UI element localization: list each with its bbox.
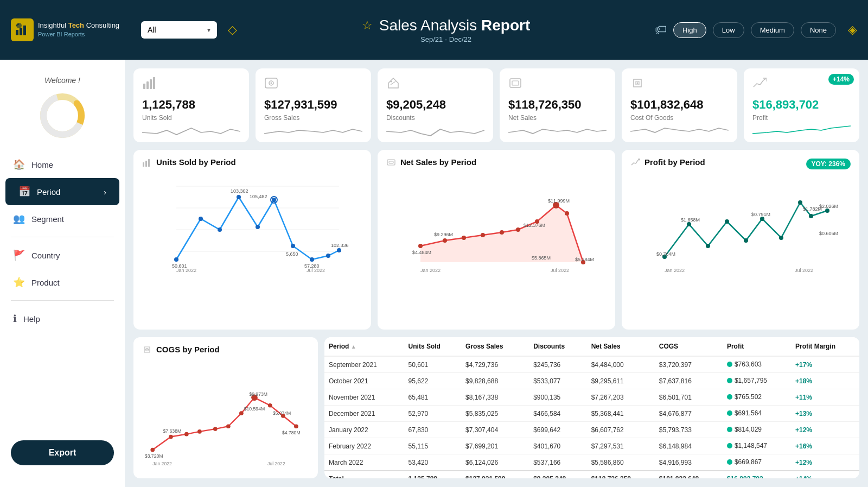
- svg-text:Jan 2022: Jan 2022: [176, 268, 196, 273]
- cell-period: January 2022: [324, 422, 404, 438]
- col-disc[interactable]: Discounts: [529, 337, 586, 356]
- col-period[interactable]: Period ▲: [324, 337, 404, 356]
- total-cogs: $101,832,648: [655, 471, 723, 478]
- sidebar-label-country: Country: [31, 251, 60, 260]
- filter-dropdown[interactable]: All High Medium Low None: [141, 21, 217, 39]
- cell-period: December 2021: [324, 406, 404, 422]
- units-sold-svg: 50,601 103,302 105,482 102,336 57,280 5,…: [142, 175, 362, 273]
- svg-point-15: [391, 81, 392, 83]
- cell-period: September 2021: [324, 356, 404, 373]
- filter-dropdown-wrap[interactable]: All High Medium Low None: [141, 21, 217, 39]
- svg-point-32: [272, 198, 276, 202]
- units-sold-chart-card: Units Sold by Period: [133, 150, 371, 330]
- col-cogs[interactable]: COGS: [655, 337, 723, 356]
- filter-high[interactable]: High: [673, 22, 706, 38]
- cell-period: October 2021: [324, 373, 404, 389]
- product-icon: ⭐: [13, 276, 25, 288]
- sidebar-label-home: Home: [31, 160, 53, 169]
- main-layout: Welcome ! 🏠 Home 📅 Period › 👥 Segment: [0, 60, 868, 487]
- sidebar-item-period[interactable]: 📅 Period ›: [5, 178, 119, 205]
- table-row: March 2022 53,420 $6,124,026 $537,166 $5…: [324, 454, 859, 471]
- svg-rect-22: [148, 159, 150, 167]
- profit-dot: [727, 427, 732, 432]
- cell-units: 55,115: [404, 438, 461, 454]
- col-units[interactable]: Units Sold: [404, 337, 461, 356]
- tag-icon: 🏷: [655, 23, 667, 37]
- star-icon: ☆: [362, 18, 373, 33]
- sidebar-item-help[interactable]: ℹ Help: [0, 305, 125, 332]
- sidebar-item-segment[interactable]: 👥 Segment: [0, 205, 125, 232]
- kpi-units-sparkline: [142, 124, 240, 137]
- profit-chart-header: Profit by Period YOY: 236%: [630, 157, 851, 170]
- kpi-profit: +14% $16,893,702 Profit: [744, 68, 859, 142]
- report-title: Sales Analysis Report: [379, 17, 531, 34]
- table-scroll[interactable]: Period ▲ Units Sold Gross Sales Discount…: [324, 337, 859, 478]
- sidebar-item-product[interactable]: ⭐ Product: [0, 269, 125, 296]
- report-title-area: ☆ Sales Analysis Report Sep/21 - Dec/22: [248, 17, 644, 43]
- svg-text:$0.764M: $0.764M: [656, 251, 675, 257]
- svg-point-52: [481, 233, 485, 237]
- cell-disc: $900,135: [529, 389, 586, 406]
- sidebar-item-country[interactable]: 🚩 Country: [0, 242, 125, 269]
- cell-margin: +13%: [791, 406, 859, 422]
- svg-point-49: [418, 244, 423, 248]
- welcome-area: Welcome !: [0, 71, 125, 151]
- kpi-profit-label: Profit: [752, 114, 851, 122]
- svg-rect-47: [389, 161, 393, 163]
- svg-point-29: [218, 227, 222, 232]
- yoy-badge: YOY: 236%: [806, 159, 851, 169]
- kpi-profit-value: $16,893,702: [752, 98, 851, 112]
- svg-point-91: [213, 427, 218, 431]
- cell-margin: +12%: [791, 422, 859, 438]
- bookmark-icon[interactable]: ◇: [228, 23, 237, 37]
- svg-point-93: [239, 411, 244, 415]
- filter-medium[interactable]: Medium: [751, 22, 794, 38]
- kpi-gross-sparkline: [264, 124, 362, 137]
- units-chart-title: Units Sold by Period: [156, 157, 236, 167]
- cell-period: February 2022: [324, 438, 404, 454]
- cell-disc: $699,642: [529, 422, 586, 438]
- kpi-discounts-sparkline: [386, 124, 484, 137]
- svg-point-33: [291, 244, 295, 248]
- main-content: 1,125,788 Units Sold $127,931,599 Gross …: [125, 60, 868, 487]
- cell-disc: $533,077: [529, 373, 586, 389]
- export-button[interactable]: Export: [11, 440, 114, 465]
- units-chart-header: Units Sold by Period: [142, 157, 362, 170]
- kpi-netsales-icon: [508, 76, 607, 93]
- cell-net: $6,607,762: [587, 422, 655, 438]
- kpi-units-label: Units Sold: [142, 114, 240, 122]
- top-navigation: Insightful Tech Consulting Power BI Repo…: [0, 0, 868, 60]
- filter-low[interactable]: Low: [713, 22, 744, 38]
- units-chart-icon: [142, 157, 152, 170]
- svg-point-14: [271, 83, 272, 84]
- svg-point-70: [725, 219, 729, 224]
- nav-divider-2: [11, 300, 114, 301]
- welcome-text: Welcome !: [11, 76, 114, 85]
- filter-none[interactable]: None: [801, 22, 836, 38]
- col-profit[interactable]: Profit: [723, 337, 791, 356]
- logo-text: Insightful Tech Consulting Power BI Repo…: [38, 21, 119, 38]
- cell-units: 52,970: [404, 406, 461, 422]
- profit-badge: +14%: [828, 74, 854, 85]
- svg-text:Jul 2022: Jul 2022: [795, 268, 813, 273]
- cell-margin: +12%: [791, 454, 859, 471]
- cell-cogs: $4,676,877: [655, 406, 723, 422]
- svg-text:Jul 2022: Jul 2022: [551, 268, 569, 273]
- col-net[interactable]: Net Sales: [587, 337, 655, 356]
- svg-rect-11: [153, 77, 155, 89]
- svg-point-72: [760, 217, 764, 221]
- table-total-row: Total 1,125,788 $127,931,599 $9,205,248 …: [324, 471, 859, 478]
- cell-units: 67,830: [404, 422, 461, 438]
- col-gross[interactable]: Gross Sales: [461, 337, 529, 356]
- svg-point-31: [256, 225, 260, 229]
- sidebar-item-home[interactable]: 🏠 Home: [0, 151, 125, 178]
- cell-disc: $401,670: [529, 438, 586, 454]
- eraser-icon[interactable]: ◈: [848, 23, 857, 37]
- kpi-units-sold: 1,125,788 Units Sold: [133, 68, 249, 142]
- cell-gross: $7,699,201: [461, 438, 529, 454]
- svg-point-35: [326, 254, 330, 258]
- svg-text:$0.791M: $0.791M: [751, 212, 770, 217]
- cell-profit: $765,502: [723, 389, 791, 406]
- kpi-netsales-sparkline: [508, 124, 607, 137]
- col-margin[interactable]: Profit Margin: [791, 337, 859, 356]
